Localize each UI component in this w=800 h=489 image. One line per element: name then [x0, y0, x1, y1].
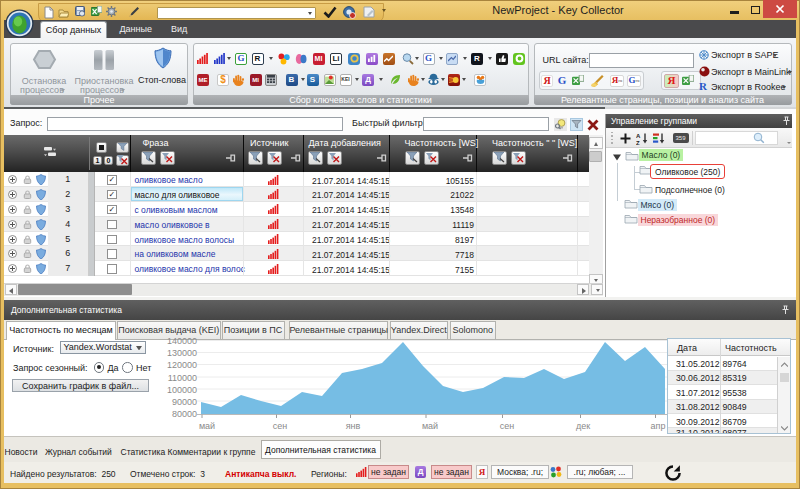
svg-text:A: A	[636, 133, 641, 139]
svg-text:Z: Z	[636, 140, 640, 146]
